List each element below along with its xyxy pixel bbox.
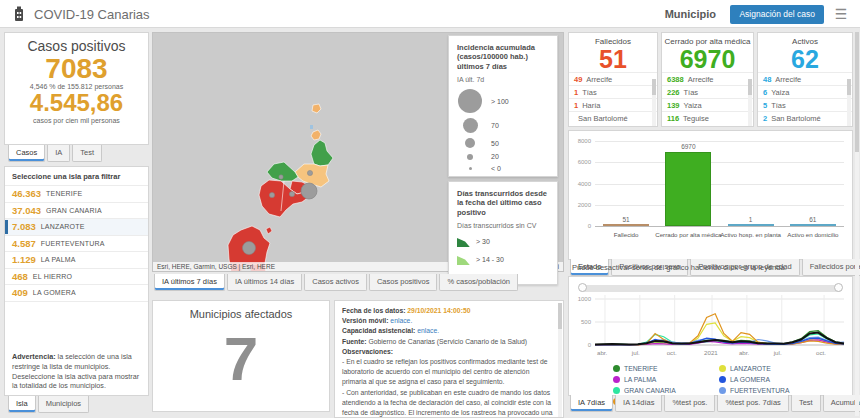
map-symbol-teguise[interactable]: [307, 170, 312, 175]
island-row-la-gomera[interactable]: 409 LA GOMERA: [5, 285, 148, 302]
tab-ia-ltimos-14-d-as[interactable]: IA últimos 14 días: [227, 274, 302, 291]
stat-row-value: 2: [763, 114, 767, 123]
map-islet-montana-clara[interactable]: [310, 125, 313, 129]
bar-value-label: 1: [718, 216, 784, 223]
right-scrollbar[interactable]: [855, 32, 859, 416]
stat-scrollbar[interactable]: [847, 79, 851, 126]
chart-note: Puede desactivar series del gráfico haci…: [572, 263, 852, 272]
legend-dot: [719, 365, 726, 372]
legend-item-tenerife[interactable]: TENERIFE: [613, 365, 705, 372]
info-date-label: Fecha de los datos:: [342, 307, 405, 314]
island-list: 46.363 TENERIFE37.043 GRAN CANARIA7.083 …: [5, 186, 148, 302]
tab-ia-7d-as[interactable]: IA 7días: [570, 395, 613, 412]
tab-ia[interactable]: IA: [47, 145, 70, 162]
stat-row[interactable]: San Bartolomé: [569, 111, 657, 124]
tab-municipios[interactable]: Municipios: [38, 396, 89, 413]
bar-chart-panel: 516970161 02000400060008000 FallecidoCer…: [568, 130, 853, 260]
bar-y-tick: 2000: [571, 202, 591, 208]
map-symbol-arrecife[interactable]: [301, 183, 317, 199]
stat-row-name: Haría: [582, 101, 600, 110]
line-chart[interactable]: [569, 277, 854, 357]
legend-item-lanzarote[interactable]: LANZAROTE: [719, 365, 811, 372]
line-x-tick: abr.: [597, 349, 621, 356]
bar-activo-en-domicilio[interactable]: [790, 224, 836, 226]
legend-ia-title: Incidencia acumulada (casos/100000 hab.)…: [457, 43, 549, 71]
island-name: LA PALMA: [41, 256, 76, 263]
island-row-fuerteventura[interactable]: 4.587 FUERTEVENTURA: [5, 236, 148, 253]
map-municipality-haria[interactable]: [311, 140, 333, 166]
info-capacity-link[interactable]: enlace.: [417, 327, 439, 334]
stat-row[interactable]: 6 Yaiza: [758, 85, 852, 98]
tab-test[interactable]: Test: [791, 395, 821, 412]
tab-casos[interactable]: Casos: [8, 145, 45, 162]
legend-item-la-gomera[interactable]: LA GOMERA: [719, 376, 811, 383]
bar-fallecido[interactable]: [603, 224, 649, 226]
tab-test-pos-7d-as[interactable]: %test pos. 7días: [717, 395, 788, 412]
island-row-la-palma[interactable]: 1.129 LA PALMA: [5, 252, 148, 269]
info-mobile-link[interactable]: enlace.: [390, 317, 412, 324]
hamburger-menu-icon[interactable]: ☰: [832, 6, 850, 22]
line-x-tick: jul.: [632, 349, 656, 356]
stat-list: 48 Arrecife 6 Yaiza 5 Tías 2 San Bartolo…: [758, 72, 852, 124]
stat-row-name: San Bartolomé: [578, 114, 628, 123]
line-y-tick: 0: [571, 342, 591, 348]
legend-circle-label: 70: [491, 122, 499, 129]
stat-card-cerrado-por-alta-m-dica: Cerrado por alta médica 6970 6388 Arreci…: [661, 32, 754, 127]
stat-scrollbar[interactable]: [652, 79, 656, 126]
map-symbol-tinajo[interactable]: [279, 175, 283, 179]
stat-row[interactable]: 139 Yaiza: [662, 98, 753, 111]
map-islet-lobos[interactable]: [266, 227, 272, 234]
island-warning: Advertencia: la selección de una isla re…: [12, 352, 142, 391]
tab-casos-activos[interactable]: Casos activos: [304, 274, 367, 291]
bar-y-tick: 0: [571, 223, 591, 229]
positives-tabs: CasosIATest: [8, 145, 102, 162]
island-value: 409: [12, 287, 28, 298]
stat-row[interactable]: 1 Tías: [569, 85, 657, 98]
stat-row[interactable]: 5 Tías: [758, 98, 852, 111]
stat-row-name: Tías: [771, 101, 786, 110]
legend-item-fuerteventura[interactable]: FUERTEVENTURA: [719, 387, 811, 394]
legend-circle-label: > 100: [491, 98, 509, 105]
legend-item-la-palma[interactable]: LA PALMA: [613, 376, 705, 383]
tab-test-pos[interactable]: %test pos.: [664, 395, 715, 412]
tab-isla[interactable]: Isla: [8, 396, 36, 413]
map-tabs: IA últimos 7 díasIA últimos 14 díasCasos…: [154, 274, 518, 291]
bar-y-tick: 8000: [571, 138, 591, 144]
stat-row-name: Arrecife: [775, 75, 801, 84]
tab-casos-positivos[interactable]: Casos positivos: [369, 274, 438, 291]
island-name: LA GOMERA: [33, 289, 76, 296]
island-row-gran-canaria[interactable]: 37.043 GRAN CANARIA: [5, 203, 148, 220]
stat-row-value: 139: [667, 101, 680, 110]
stat-row[interactable]: 49 Arrecife: [569, 72, 657, 85]
map-islet-la-graciosa[interactable]: [311, 130, 321, 140]
stat-row[interactable]: 48 Arrecife: [758, 72, 852, 85]
island-row-el-hierro[interactable]: 468 EL HIERRO: [5, 269, 148, 286]
stat-row[interactable]: 2 San Bartolomé: [758, 111, 852, 124]
stat-row[interactable]: 226 Tías: [662, 85, 753, 98]
tab-casos-poblaci-n[interactable]: % casos/población: [439, 274, 518, 291]
island-row-tenerife[interactable]: 46.363 TENERIFE: [5, 186, 148, 203]
legend-item-gran-canaria[interactable]: GRAN CANARIA: [613, 387, 705, 394]
stat-row[interactable]: 1 Haría: [569, 98, 657, 111]
stat-scrollbar[interactable]: [748, 79, 752, 126]
legend-circle-label: 20: [491, 153, 499, 160]
tab-ia-14d-as[interactable]: IA 14días: [615, 395, 662, 412]
legend-day-label: > 30: [476, 238, 490, 245]
map-symbol-yaiza[interactable]: [269, 192, 274, 197]
map-symbol-la-oliva[interactable]: [243, 242, 256, 255]
bar-chart[interactable]: 516970161: [595, 141, 844, 226]
bar-activo-hosp-en-planta[interactable]: [728, 224, 774, 226]
tab-ia-ltimos-7-d-as[interactable]: IA últimos 7 días: [154, 274, 225, 291]
legend-ia-subtitle: IA últ. 7d: [457, 76, 549, 83]
stat-row[interactable]: 6388 Arrecife: [662, 72, 753, 85]
map-islet-alegranza[interactable]: [312, 104, 321, 113]
bar-cerrado-por-alta-m-dica[interactable]: [665, 152, 711, 226]
info-scrollbar[interactable]: [558, 303, 562, 417]
island-row-lanzarote[interactable]: 7.083 LANZAROTE: [5, 219, 148, 236]
municipio-label[interactable]: Municipio: [665, 8, 716, 20]
assign-case-button[interactable]: Asignación del caso: [730, 5, 824, 24]
map-symbol-tias[interactable]: [289, 191, 294, 196]
positives-panel: Casos positivos 7083 4,546 % de 155.812 …: [4, 32, 149, 145]
stat-row[interactable]: 116 Teguise: [662, 111, 753, 124]
tab-test[interactable]: Test: [72, 145, 102, 162]
